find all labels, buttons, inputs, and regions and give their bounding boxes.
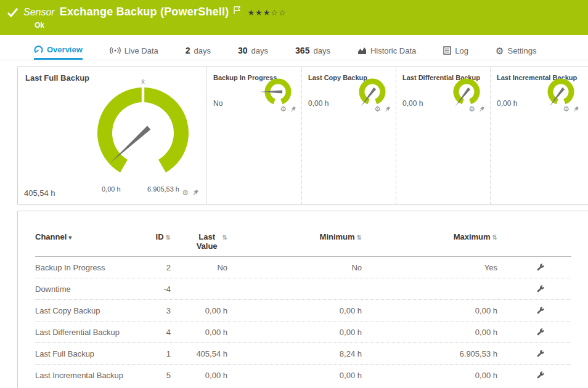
sensor-header: Sensor Exchange Backup (PowerShell) ★★★☆… bbox=[0, 0, 588, 35]
gear-icon: ⚙ bbox=[496, 46, 504, 55]
small-gauge[interactable] bbox=[446, 76, 483, 108]
maximum-cell: 6.905,53 h bbox=[362, 343, 497, 365]
last-value-cell: 405,54 h bbox=[171, 343, 227, 365]
gauge-value: No bbox=[213, 99, 223, 108]
primary-gauge-value: 405,54 h bbox=[24, 188, 55, 198]
table-row: Last Incremental Backup 5 0,00 h 0,00 h … bbox=[35, 365, 571, 386]
maximum-cell bbox=[362, 278, 497, 300]
table-row: Last Full Backup 1 405,54 h 8,24 h 6.905… bbox=[35, 343, 571, 365]
log-icon bbox=[443, 46, 451, 55]
last-value-cell: 0,00 h bbox=[171, 365, 227, 386]
tab-label: Live Data bbox=[125, 46, 158, 55]
small-gauge[interactable] bbox=[540, 76, 577, 108]
minimum-cell: 8,24 h bbox=[227, 343, 362, 365]
table-row: Downtime -4 bbox=[35, 278, 571, 300]
primary-gauge[interactable]: x̄ bbox=[81, 76, 205, 180]
tab-bar: Overview Live Data 2 days 30 days 365 da… bbox=[0, 41, 588, 60]
gauge-value: 0,00 h bbox=[308, 99, 329, 108]
column-header-id[interactable]: ID⇅ bbox=[134, 232, 171, 257]
channel-settings-wrench-icon[interactable] bbox=[536, 284, 545, 294]
tab-label: Log bbox=[455, 46, 468, 55]
tab-log[interactable]: Log bbox=[443, 41, 468, 60]
id-cell: 1 bbox=[134, 343, 171, 365]
broadcast-icon bbox=[110, 46, 121, 55]
table-row: Last Copy Backup 3 0,00 h 0,00 h 0,00 h bbox=[35, 300, 571, 321]
last-value-cell bbox=[171, 278, 227, 300]
small-gauge[interactable] bbox=[257, 76, 294, 108]
chart-icon bbox=[357, 46, 367, 55]
priority-stars[interactable]: ★★★☆☆ bbox=[247, 8, 286, 17]
id-cell: 4 bbox=[134, 321, 171, 343]
tab-settings[interactable]: ⚙ Settings bbox=[496, 41, 536, 60]
pin-icon[interactable] bbox=[290, 106, 296, 113]
flag-icon bbox=[234, 6, 241, 15]
pin-icon[interactable] bbox=[478, 106, 485, 113]
gauge-section-last-incremental-backup: Last Incremental Backup 0,00 h ⚙ bbox=[490, 67, 584, 204]
minimum-cell: 0,00 h bbox=[227, 365, 362, 386]
mean-marker: x̄ bbox=[141, 78, 145, 85]
column-header-maximum[interactable]: Maximum⇅ bbox=[362, 232, 497, 257]
gauge-settings-gear-icon[interactable]: ⚙ bbox=[563, 105, 570, 113]
gauge-settings-gear-icon[interactable]: ⚙ bbox=[280, 105, 287, 113]
id-cell: 5 bbox=[134, 365, 171, 386]
channel-cell: Last Incremental Backup bbox=[35, 365, 134, 386]
channel-table-panel: Channel▾ ID⇅ Last Value⇅ Minimum⇅ Maximu… bbox=[17, 211, 588, 388]
tab-label: days bbox=[251, 46, 268, 55]
column-header-channel[interactable]: Channel▾ bbox=[35, 232, 134, 257]
tab-30-days[interactable]: 30 days bbox=[238, 41, 268, 60]
table-row: Backup In Progress 2 No No Yes bbox=[35, 257, 571, 278]
tab-number: 2 bbox=[186, 46, 190, 55]
maximum-cell: 0,00 h bbox=[362, 365, 497, 386]
pin-icon[interactable] bbox=[384, 106, 391, 113]
gauge-section-backup-in-progress: Backup In Progress No ⚙ bbox=[207, 67, 301, 204]
tab-historic-data[interactable]: Historic Data bbox=[357, 41, 416, 60]
pin-icon[interactable] bbox=[573, 106, 579, 113]
channel-settings-wrench-icon[interactable] bbox=[536, 349, 545, 358]
sort-icon: ⇅ bbox=[357, 234, 362, 241]
sort-icon: ⇅ bbox=[223, 234, 227, 241]
minimum-cell: No bbox=[227, 257, 362, 278]
channel-settings-wrench-icon[interactable] bbox=[536, 370, 545, 380]
column-header-minimum[interactable]: Minimum⇅ bbox=[227, 232, 362, 257]
tab-label: Historic Data bbox=[370, 46, 416, 55]
gauge-settings-gear-icon[interactable]: ⚙ bbox=[182, 189, 189, 196]
channel-cell: Downtime bbox=[35, 278, 134, 300]
channel-settings-wrench-icon[interactable] bbox=[536, 305, 545, 315]
minimum-cell: 0,00 h bbox=[227, 321, 362, 343]
channel-cell: Last Full Backup bbox=[35, 343, 134, 365]
tab-2-days[interactable]: 2 days bbox=[186, 41, 211, 60]
tab-label: Settings bbox=[507, 46, 536, 55]
gauge-settings-gear-icon[interactable]: ⚙ bbox=[468, 105, 475, 113]
overview-panel: Last Full Backup x̄ 0,00 h 6.905,53 h 40… bbox=[17, 67, 588, 204]
gauge-value: 0,00 h bbox=[402, 99, 423, 108]
gauge-settings-gear-icon[interactable]: ⚙ bbox=[374, 105, 381, 113]
pin-icon[interactable] bbox=[192, 189, 199, 196]
table-header-row: Channel▾ ID⇅ Last Value⇅ Minimum⇅ Maximu… bbox=[35, 232, 571, 257]
minimum-cell: 0,00 h bbox=[227, 300, 362, 321]
gauge-needle bbox=[259, 91, 282, 94]
status-badge: Ok bbox=[23, 21, 287, 30]
id-cell: -4 bbox=[134, 278, 171, 300]
channel-settings-wrench-icon[interactable] bbox=[536, 327, 545, 337]
channel-settings-wrench-icon[interactable] bbox=[536, 262, 545, 272]
column-header-last-value[interactable]: Last Value⇅ bbox=[171, 232, 227, 257]
tab-number: 365 bbox=[295, 46, 309, 55]
tab-number: 30 bbox=[238, 46, 248, 55]
small-gauge[interactable] bbox=[351, 76, 388, 108]
gauge-needle bbox=[108, 126, 150, 164]
sort-icon: ⇅ bbox=[166, 234, 171, 241]
column-header-tools bbox=[497, 232, 571, 257]
overview-gauge-icon bbox=[34, 45, 43, 54]
tab-live-data[interactable]: Live Data bbox=[110, 41, 158, 60]
id-cell: 3 bbox=[134, 300, 171, 321]
id-cell: 2 bbox=[134, 257, 171, 278]
gauge-min-label: 0,00 h bbox=[102, 185, 121, 193]
gauge-section-last-differential-backup: Last Differential Backup 0,00 h ⚙ bbox=[396, 67, 490, 204]
tab-overview[interactable]: Overview bbox=[34, 41, 83, 60]
status-ok-check-icon bbox=[7, 8, 18, 17]
gauge-value: 0,00 h bbox=[497, 99, 517, 108]
maximum-cell: 0,00 h bbox=[362, 300, 497, 321]
gauge-max-label: 6.905,53 h bbox=[147, 185, 179, 193]
tab-365-days[interactable]: 365 days bbox=[295, 41, 330, 60]
gauge-section-last-copy-backup: Last Copy Backup 0,00 h ⚙ bbox=[301, 67, 396, 204]
